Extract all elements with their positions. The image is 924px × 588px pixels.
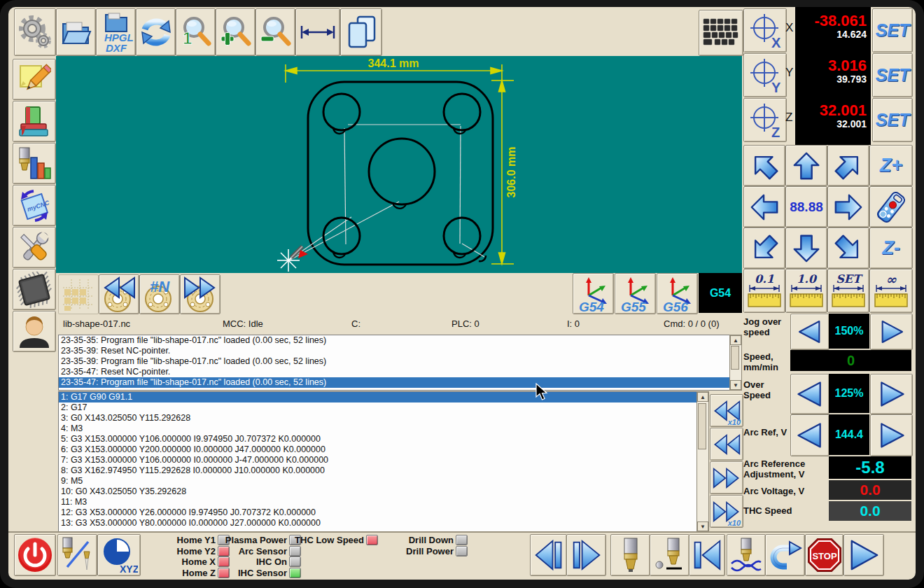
jog-step-infinite-button[interactable]: ∞	[869, 269, 913, 313]
step-back-button[interactable]	[530, 534, 567, 576]
scroll-down-button[interactable]: ▼	[697, 522, 708, 531]
log-line[interactable]: 23-35-47: Program file "lib-shape-017.nc…	[59, 377, 729, 388]
zoom-out-button[interactable]	[255, 8, 295, 56]
set-y-button[interactable]: SET	[872, 53, 913, 97]
torch-touchoff-button[interactable]	[650, 534, 690, 576]
remote-control-button[interactable]	[869, 186, 913, 227]
indicator-led	[456, 546, 468, 556]
gcode-line[interactable]: 9: M5	[59, 476, 697, 486]
arrow-right-icon	[876, 420, 907, 451]
jog-down-button[interactable]	[785, 227, 827, 269]
zoom-in-button[interactable]	[216, 8, 255, 56]
zero-y-button[interactable]: Y	[743, 53, 787, 97]
arc-ref-increase-button[interactable]	[870, 414, 913, 456]
set-z-button[interactable]: SET	[872, 98, 913, 142]
nc-pointer-back-x10-button[interactable]: x10	[710, 394, 743, 427]
arc-ref-decrease-button[interactable]	[790, 414, 830, 456]
sidebar-stats-button[interactable]	[13, 143, 56, 184]
gcode-line[interactable]: 7: G3 X153.000000 Y106.000000 I0.000000 …	[59, 455, 697, 465]
over-speed-increase-button[interactable]	[870, 374, 913, 414]
stop-button[interactable]: STOP	[805, 534, 844, 576]
jog-z-plus-button[interactable]: Z+	[869, 145, 913, 186]
virtual-keyboard-button[interactable]	[699, 10, 743, 56]
nc-pointer-forward-button[interactable]	[710, 461, 743, 494]
gcode-line[interactable]: 4: M3	[59, 424, 697, 434]
sidebar-mycnc-button[interactable]: myCNC	[13, 185, 56, 226]
gcode-line[interactable]: 5: G3 X153.000000 Y106.000000 I9.974950 …	[59, 434, 697, 444]
status-plc: PLC: 0	[451, 318, 479, 329]
gcode-line[interactable]: 3: G0 X143.025050 Y115.292628	[59, 413, 697, 424]
jog-step-set-button[interactable]: SET	[827, 269, 869, 313]
gcode-line[interactable]: 1: G17 G90 G91.1	[59, 392, 697, 402]
jog-down-left-button[interactable]	[743, 227, 785, 269]
jog-over-speed-increase-button[interactable]	[870, 314, 913, 350]
zero-z-button[interactable]: Z	[743, 98, 787, 142]
wcs-g54-button[interactable]: G54	[573, 273, 614, 314]
start-play-button[interactable]	[844, 534, 884, 576]
torch-preview-button[interactable]	[610, 534, 650, 576]
log-scrollbar[interactable]: ▲ ▼	[729, 335, 742, 391]
scroll-up-button[interactable]: ▲	[697, 392, 708, 402]
part-number-button[interactable]: #N	[139, 274, 180, 314]
log-line[interactable]: 23-35-39: Reset NC-pointer.	[59, 346, 729, 356]
measure-button[interactable]	[295, 8, 340, 56]
gcode-scroll-thumb[interactable]	[698, 403, 706, 449]
gcode-line[interactable]: 6: G3 X153.000000 Y200.000000 I0.000000 …	[59, 444, 697, 455]
jog-right-button[interactable]	[827, 186, 869, 227]
open-file-button[interactable]	[56, 8, 96, 56]
gcode-line[interactable]: 13: G3 X53.000000 Y80.000000 I0.000000 J…	[59, 518, 697, 528]
sidebar-notes-button[interactable]	[13, 59, 56, 100]
jog-z-minus-button[interactable]: Z-	[869, 227, 913, 269]
jog-speed-display[interactable]: 88.88	[785, 186, 827, 227]
gcode-scrollbar[interactable]: ▲ ▼	[696, 391, 709, 532]
log-panel[interactable]: 23-35-35: Program file "lib-shape-017.nc…	[58, 335, 730, 391]
nc-pointer-forward-x10-button[interactable]: x10	[710, 495, 743, 528]
jog-over-speed-decrease-button[interactable]	[790, 314, 830, 350]
jog-step-0.1-button[interactable]: 0.1	[743, 269, 785, 313]
scroll-down-button[interactable]: ▼	[730, 380, 741, 390]
gcode-line[interactable]: 2: G17	[59, 402, 697, 413]
jog-down-right-button[interactable]	[827, 227, 869, 269]
log-line[interactable]: 23-35-35: Program file "lib-shape-017.nc…	[59, 335, 729, 346]
log-scroll-thumb[interactable]	[731, 346, 739, 370]
pages-button[interactable]	[340, 8, 382, 56]
gcode-line[interactable]: 12: G3 X53.000000 Y26.000000 I9.974950 J…	[59, 507, 697, 518]
toolpath-canvas[interactable]: 344.1 mm 306.0 mm	[56, 56, 742, 273]
arc-ref-label: Arc Ref, V	[743, 427, 792, 438]
remote-control-icon	[874, 190, 908, 224]
power-button[interactable]	[14, 534, 56, 576]
over-speed-decrease-button[interactable]	[790, 374, 830, 414]
zero-x-button[interactable]: X	[743, 8, 787, 52]
gcode-line[interactable]: 11: M3	[59, 497, 697, 507]
jog-up-button[interactable]	[785, 145, 827, 186]
previous-part-button[interactable]	[99, 274, 139, 314]
back-to-path-button[interactable]	[765, 534, 805, 576]
jog-up-right-button[interactable]	[827, 145, 869, 186]
sidebar-tools-button[interactable]	[13, 227, 56, 268]
jog-step-1.0-button[interactable]: 1.0	[785, 269, 827, 313]
set-x-button[interactable]: SET	[872, 8, 913, 52]
nc-pointer-back-button[interactable]	[710, 428, 743, 461]
wcs-g56-button[interactable]: G56	[657, 273, 698, 314]
log-line[interactable]: 23-35-39: Program file "lib-shape-017.nc…	[59, 356, 729, 367]
wcs-g55-button[interactable]: G55	[615, 273, 656, 314]
next-part-button[interactable]	[180, 274, 220, 314]
gcode-panel[interactable]: 1: G17 G90 G91.12: G173: G0 X143.025050 …	[58, 391, 698, 532]
step-forward-button[interactable]	[566, 534, 606, 576]
scroll-up-button[interactable]: ▲	[730, 335, 741, 345]
torch-water-button[interactable]	[727, 534, 766, 576]
status-filename: lib-shape-017.nc	[63, 318, 130, 329]
jog-up-left-button[interactable]	[743, 145, 785, 186]
sidebar-hardware-button[interactable]	[13, 269, 56, 310]
import-hpgl-dxf-button[interactable]: HPGL DXF	[96, 8, 136, 56]
gcode-line[interactable]: 8: G3 X162.974950 Y115.292628 I0.000000 …	[59, 465, 697, 476]
sidebar-docs-button[interactable]	[13, 101, 56, 142]
jog-left-button[interactable]	[743, 186, 785, 227]
reload-button[interactable]	[136, 8, 176, 56]
log-line[interactable]: 23-35-47: Reset NC-pointer.	[59, 367, 729, 377]
settings-button[interactable]	[14, 8, 56, 56]
zoom-fit-button[interactable]: 1	[176, 8, 216, 56]
gcode-line[interactable]: 10: G0 X43.025050 Y35.292628	[59, 486, 697, 497]
parts-grid-button[interactable]	[58, 274, 99, 314]
goto-start-button[interactable]	[689, 534, 725, 576]
